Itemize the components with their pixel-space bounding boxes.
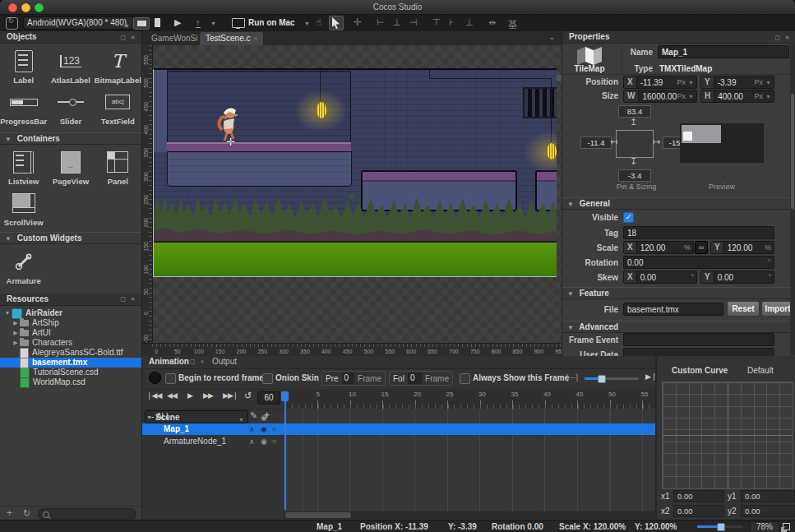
slider-knob[interactable] xyxy=(598,375,606,383)
size-w-field[interactable]: W 16000.00 Px▼ xyxy=(623,90,697,103)
align-top-icon[interactable]: ⊤ xyxy=(432,17,441,28)
always-show-frame-checkbox[interactable] xyxy=(460,373,470,384)
tree-item-airraider[interactable]: ▼ AirRaider xyxy=(0,308,141,318)
pin-left-value[interactable]: -11.4 xyxy=(580,136,612,149)
lock-circle-icon[interactable]: ○ xyxy=(272,436,276,447)
timeline-row-scene[interactable]: ▼ Scene ◉ xyxy=(142,412,284,423)
record-icon[interactable] xyxy=(149,372,161,384)
timeline-scrollbar[interactable] xyxy=(284,511,655,519)
panel-dock-icons[interactable]: ◻ × xyxy=(774,32,791,44)
widget-listview[interactable]: Listview xyxy=(0,145,47,186)
skew-x-field[interactable]: X 0.00 ° xyxy=(623,271,697,284)
distribute-horizontal-icon[interactable]: ⇹ xyxy=(488,17,496,28)
collapse-arrow-icon[interactable]: ▼ xyxy=(146,412,152,423)
y1-input[interactable]: 0.00 xyxy=(741,490,795,502)
widget-armature[interactable]: Armature xyxy=(0,244,47,285)
prev-frame-button[interactable]: ◀◀ xyxy=(167,391,177,400)
begin-record-checkbox[interactable] xyxy=(165,373,176,384)
skew-y-field[interactable]: Y 0.00 ° xyxy=(700,271,774,284)
tree-item-artui[interactable]: ▶ ArtUI xyxy=(0,328,141,338)
game-scene[interactable]: ✛ xyxy=(153,68,557,277)
tab-overflow-chevron-icon[interactable]: ⌄ xyxy=(548,33,555,41)
run-target-dropdown-icon[interactable]: ▼ xyxy=(304,21,310,26)
device-preset-select[interactable]: Android(WVGA)(800 * 480) ▼ xyxy=(23,16,134,30)
move-up-icon[interactable]: ∧ xyxy=(249,423,255,435)
tree-item-font-file[interactable]: AlegreyaSansSC-Bold.ttf xyxy=(0,348,141,358)
scale-link-icon[interactable]: ∞ xyxy=(695,241,708,254)
scale-x-field[interactable]: X 120.00 % xyxy=(623,241,694,254)
move-gizmo-icon[interactable]: ✛ xyxy=(226,136,235,148)
visible-checkbox[interactable]: ✓ xyxy=(623,212,634,223)
zoom-slider[interactable] xyxy=(697,525,743,528)
select-tool-button[interactable] xyxy=(329,16,344,30)
position-x-field[interactable]: X -11.39 Px▼ xyxy=(623,76,697,89)
widget-progressbar[interactable]: ProgressBar xyxy=(0,85,47,126)
widget-panel[interactable]: Panel xyxy=(95,145,141,186)
hand-tool-button[interactable]: ☝ xyxy=(316,16,321,28)
pin-bottom-value[interactable]: -3.4 xyxy=(618,169,651,182)
scrollbar-thumb[interactable] xyxy=(285,512,351,518)
fit-screen-icon[interactable] xyxy=(783,523,790,530)
widget-label[interactable]: Label xyxy=(0,44,47,85)
panel-dock-icons[interactable]: ◻ × xyxy=(120,32,136,44)
zoom-slider-knob[interactable] xyxy=(717,523,725,531)
x1-input[interactable]: 0.00 xyxy=(673,490,724,502)
panel-dock-icons[interactable]: ◻ × xyxy=(190,358,206,365)
reset-button[interactable]: Reset xyxy=(727,301,760,317)
widget-bitmaplabel[interactable]: T BitmapLabel xyxy=(95,44,141,85)
timeline-row-armaturenode[interactable]: ArmatureNode_1 ∧ ◉ ○ xyxy=(142,436,284,447)
name-input[interactable]: Map_1 xyxy=(658,45,789,58)
tree-item-worldmap[interactable]: WorldMap.csd xyxy=(0,377,141,387)
portrait-orientation-button[interactable] xyxy=(151,17,163,28)
lock-circle-icon[interactable]: ○ xyxy=(272,423,276,435)
playhead-handle[interactable] xyxy=(281,391,289,401)
widget-pageview[interactable]: .. PageView xyxy=(47,145,94,186)
size-h-field[interactable]: H 400.00 Px▼ xyxy=(700,90,774,103)
frame-spacing-icon[interactable]: [—] xyxy=(566,373,578,382)
pin-top-value[interactable]: 83.4 xyxy=(618,105,651,118)
widget-atlaslabel[interactable]: 123 AtlasLabel xyxy=(47,44,94,85)
timeline-ruler[interactable]: 0510152025303540455055 xyxy=(284,389,655,409)
last-frame-button[interactable]: ▶▶❘ xyxy=(223,391,238,400)
visibility-eye-icon[interactable]: ◉ xyxy=(261,423,267,435)
tree-item-artship[interactable]: ▶ ArtShip xyxy=(0,318,141,328)
rotate-device-icon[interactable]: ↻ xyxy=(6,17,18,30)
add-resource-button[interactable]: + xyxy=(7,507,12,519)
frame-event-input[interactable] xyxy=(623,333,774,346)
curve-grid[interactable] xyxy=(662,382,793,489)
timeline-row-map1[interactable]: Map_1 ∧ ◉ ○ xyxy=(142,423,655,435)
containers-section-header[interactable]: ▼ Containers xyxy=(0,132,141,145)
pre-frame-input[interactable]: 0 xyxy=(342,372,355,384)
advanced-section-header[interactable]: ▼ Advanced xyxy=(562,321,795,333)
fol-frame-input[interactable]: 0 xyxy=(408,372,422,384)
visibility-eye-icon[interactable]: ◉ xyxy=(261,436,267,447)
next-frame-button[interactable]: ▶▶ xyxy=(203,391,213,400)
tab-default[interactable]: Default xyxy=(747,366,774,375)
publish-button[interactable]: ↑ xyxy=(196,17,201,27)
align-left-icon[interactable]: ⊢ xyxy=(377,17,385,28)
widget-scrollview[interactable]: ScrollView xyxy=(0,186,47,227)
widget-slider[interactable]: Slider xyxy=(47,85,94,126)
rotation-input[interactable]: 0.00 ° xyxy=(623,256,774,269)
onion-skin-checkbox[interactable] xyxy=(262,373,273,384)
zoom-level-select[interactable]: 78% xyxy=(750,521,779,532)
import-button[interactable]: Import xyxy=(761,301,794,317)
run-on-mac-button[interactable]: Run on Mac xyxy=(248,18,295,27)
file-input[interactable]: basement.tmx xyxy=(623,303,723,316)
play-animation-button[interactable]: ▶ xyxy=(187,391,192,400)
tag-input[interactable]: 18 xyxy=(623,226,774,239)
align-bottom-icon[interactable]: ⊥ xyxy=(465,17,474,28)
position-y-field[interactable]: Y -3.39 Px▼ xyxy=(700,76,774,89)
tab-test-scene[interactable]: TestScene.c× xyxy=(200,32,263,45)
move-anchor-icon[interactable]: ✛ xyxy=(354,16,362,28)
tab-output[interactable]: Output xyxy=(212,357,237,366)
properties-scrollbar[interactable] xyxy=(790,44,795,355)
resource-search-input[interactable] xyxy=(38,508,136,520)
close-tab-icon[interactable]: × xyxy=(253,35,257,42)
tree-item-tutorialscene[interactable]: TutorialScene.csd xyxy=(0,368,141,377)
first-frame-button[interactable]: ❘◀◀ xyxy=(146,391,161,400)
custom-widgets-section-header[interactable]: ▼ Custom Widgets xyxy=(0,232,141,244)
tab-custom-curve[interactable]: Custom Curve xyxy=(672,366,728,375)
landscape-orientation-button[interactable] xyxy=(133,17,150,30)
play-button[interactable]: ▶ xyxy=(174,17,181,28)
